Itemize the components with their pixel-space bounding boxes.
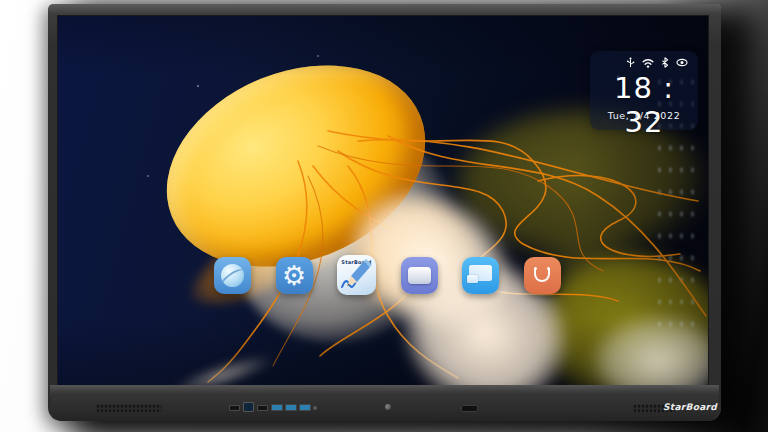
product-photo: 18 : 32 Tue, 1/4 2022 ⚙ StarBoard	[0, 0, 768, 432]
app-store[interactable]	[524, 257, 561, 294]
app-screen-share[interactable]	[462, 257, 499, 294]
usb3-port	[271, 404, 283, 411]
app-dock: ⚙ StarBoard	[214, 255, 561, 294]
wifi-icon	[642, 58, 654, 68]
usb-b-port	[243, 402, 254, 412]
usb-icon	[626, 57, 635, 68]
ir-sensor	[461, 405, 478, 412]
brand-logo: StarBoard	[651, 402, 717, 412]
bag-handle-icon	[534, 269, 550, 282]
bluetooth-icon	[661, 57, 669, 68]
globe-icon	[221, 264, 244, 287]
hdmi-port	[229, 405, 240, 411]
eye-protection-icon	[676, 58, 688, 67]
clock-date: Tue, 1/4 2022	[590, 110, 698, 121]
app-display[interactable]	[401, 257, 438, 294]
app-settings[interactable]: ⚙	[276, 257, 313, 294]
speaker-grille-left	[96, 404, 162, 413]
usb3-port	[285, 404, 297, 411]
clock-widget[interactable]: 18 : 32 Tue, 1/4 2022	[590, 51, 698, 130]
pencil-icon	[337, 255, 376, 295]
home-screen: 18 : 32 Tue, 1/4 2022 ⚙ StarBoard	[58, 16, 708, 385]
interactive-display: 18 : 32 Tue, 1/4 2022 ⚙ StarBoard	[48, 4, 721, 421]
clock-time: 18 : 32	[590, 71, 698, 139]
gear-icon: ⚙	[276, 257, 313, 294]
status-bar	[626, 57, 688, 68]
app-browser[interactable]	[214, 257, 251, 294]
dual-screen-small-icon	[467, 275, 478, 283]
screen-icon	[408, 267, 431, 284]
power-button	[385, 404, 391, 410]
touch-button	[313, 406, 317, 410]
bezel-chin: StarBoard	[51, 397, 718, 421]
usb3-port	[299, 404, 311, 411]
app-whiteboard[interactable]: StarBoard	[337, 255, 376, 295]
hdmi-port	[257, 405, 268, 411]
